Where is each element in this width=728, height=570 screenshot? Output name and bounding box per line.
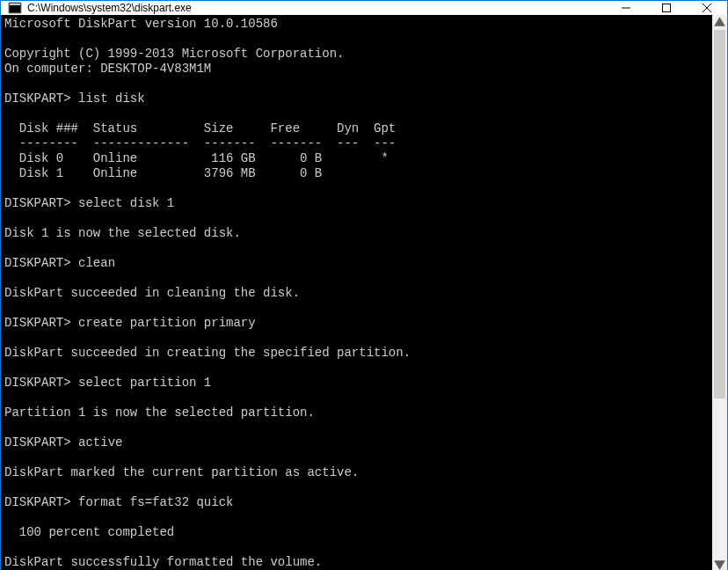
command: list disk [78,91,145,106]
close-button[interactable] [687,1,727,15]
command: clean [78,256,115,270]
maximize-button[interactable] [646,1,687,15]
command: create partition primary [78,316,256,330]
prompt: DISKPART> [4,316,71,330]
text: On computer: DESKTOP-4V83M1M [4,62,211,76]
response: DiskPart marked the current partition as… [4,465,359,479]
console-output[interactable]: Microsoft DiskPart version 10.0.10586 Co… [1,15,712,570]
response: DiskPart succeeded in creating the speci… [4,346,411,360]
text: Copyright (C) 1999-2013 Microsoft Corpor… [4,47,344,61]
svg-rect-1 [10,4,20,5]
response: DiskPart succeeded in cleaning the disk. [4,286,300,300]
svg-rect-3 [663,4,671,12]
window-controls [606,1,727,15]
prompt: DISKPART> [4,256,71,270]
scroll-up-button[interactable] [712,15,727,30]
scroll-track[interactable] [712,30,727,557]
window: C:\Windows\system32\diskpart.exe Microso… [0,0,728,570]
prompt: DISKPART> [4,376,71,390]
prompt: DISKPART> [4,495,71,509]
table-divider: -------- ------------- ------- ------- -… [4,136,396,150]
prompt: DISKPART> [4,91,71,106]
scroll-thumb[interactable] [714,30,725,398]
text: Microsoft DiskPart version 10.0.10586 [4,17,278,31]
svg-marker-6 [714,17,725,26]
window-title: C:\Windows\system32\diskpart.exe [27,2,192,14]
response: 100 percent completed [4,525,174,539]
console-area: Microsoft DiskPart version 10.0.10586 Co… [1,15,727,570]
response: DiskPart successfully formatted the volu… [4,555,322,569]
response: Disk 1 is now the selected disk. [4,226,241,240]
response: Partition 1 is now the selected partitio… [4,406,315,420]
table-header: Disk ### Status Size Free Dyn Gpt [4,121,396,135]
vertical-scrollbar[interactable] [712,15,727,570]
table-row: Disk 1 Online 3796 MB 0 B [4,166,322,180]
minimize-button[interactable] [606,1,646,15]
command: active [78,435,122,449]
titlebar[interactable]: C:\Windows\system32\diskpart.exe [1,1,727,15]
command: select partition 1 [78,376,211,390]
prompt: DISKPART> [4,435,71,449]
svg-marker-7 [714,560,725,570]
app-icon [8,1,22,15]
prompt: DISKPART> [4,196,71,210]
command: format fs=fat32 quick [78,495,233,509]
scroll-down-button[interactable] [712,557,727,570]
table-row: Disk 0 Online 116 GB 0 B * [4,151,389,165]
command: select disk 1 [78,196,174,210]
